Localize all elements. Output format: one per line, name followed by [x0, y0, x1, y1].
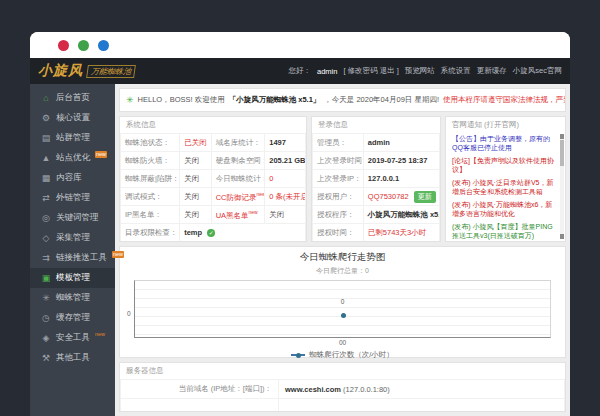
sidebar-item-label: 模板管理	[56, 272, 90, 284]
sidebar-item-cache[interactable]: ◷ 缓存管理	[30, 308, 115, 328]
preview-site-link[interactable]: 预览网站	[405, 66, 435, 76]
sidebar-item-other-tools[interactable]: ⚒ 其他工具	[30, 348, 115, 368]
scroll-down-arrow[interactable]	[560, 234, 564, 239]
collect-icon: ◇	[41, 233, 51, 243]
update-cache-link[interactable]: 更新缓存	[477, 66, 507, 76]
notices-scrollbar[interactable]	[560, 134, 564, 239]
sidebar-item-label: 蜘蛛管理	[56, 292, 90, 304]
chart-legend: 蜘蛛爬行次数（次/小时）	[291, 350, 394, 360]
sidebar-item-external-links[interactable]: ⇄ 外链管理	[30, 188, 115, 208]
sidebar-item-templates[interactable]: ▣ 模板管理	[30, 268, 115, 288]
tools-icon: ⚒	[41, 353, 51, 363]
window-body: ⌂ 后台首页 ⚙ 核心设置 ▤ 站群管理 ▲ 站点优化 new ▦	[30, 84, 570, 416]
table-row: 授权时间： 已剩5743天3小时	[313, 224, 440, 242]
keyword-icon: ◎	[41, 213, 51, 223]
table-row: 管理员： admin	[313, 134, 440, 152]
system-settings-link[interactable]: 系统设置	[441, 66, 471, 76]
sidebar-item-label: 外链管理	[56, 192, 90, 204]
login-info-table: 管理员： admin 上次登录时间： 2019-07-25 18:37 上次登录…	[312, 133, 440, 242]
sidebar-item-dashboard[interactable]: ⌂ 后台首页	[30, 88, 115, 108]
notice-link[interactable]: (发布) 小旋风【百度】批量PING推送工具v3(日推送破百万)	[452, 222, 555, 241]
account-links[interactable]: [ 修改密码 退出 ]	[343, 66, 398, 76]
legal-warning: 使用本程序请遵守国家法律法规，严禁将本程序用于违法用途!	[443, 95, 566, 105]
sidebar-item-label: 后台首页	[56, 92, 90, 104]
scroll-up-arrow[interactable]	[560, 134, 564, 139]
x-axis-tick: 00	[134, 339, 551, 346]
info-panels-row: 系统信息 蜘蛛池状态： 已关闭 域名库统计： 1497 蜘蛛防火墙：	[119, 116, 566, 242]
window-close-button[interactable]	[58, 40, 69, 51]
table-row: IP黑名单： 关闭 UA黑名单new 关闭	[121, 206, 306, 224]
sidebar-item-spiders[interactable]: ✳ 蜘蛛管理	[30, 288, 115, 308]
new-badge: new	[256, 191, 264, 197]
sidebar-item-site-group[interactable]: ▤ 站群管理	[30, 128, 115, 148]
login-info-panel: 登录信息 管理员： admin 上次登录时间： 2019-07-25 18:37	[311, 116, 441, 242]
product-name: 「小旋风万能蜘蛛池 x5.1」	[229, 95, 321, 105]
username: admin	[317, 67, 337, 76]
window-maximize-button[interactable]	[98, 40, 109, 51]
table-row: 上次登录IP： 127.0.0.1	[313, 170, 440, 188]
cache-icon: ◷	[41, 313, 51, 323]
home-icon: ⌂	[41, 93, 51, 103]
server-info-table: 当前域名 (IP地址：[端口])： www.ceshi.com (127.0.0…	[120, 379, 565, 412]
ua-blacklist-link[interactable]: UA黑名单	[216, 210, 249, 219]
legend-label: 蜘蛛爬行次数（次/小时）	[309, 350, 394, 360]
logo-text: 小旋风	[38, 62, 83, 80]
chart-title: 今日蜘蛛爬行走势图	[300, 251, 386, 264]
update-license-button[interactable]: 更新	[414, 191, 436, 203]
table-row: 授权程序： 小旋风万能蜘蛛池 x5.1	[313, 206, 440, 224]
table-row: 授权用户： QQ7530782 更新	[313, 188, 440, 206]
app-logo: 小旋风 万能蜘蛛池	[38, 62, 135, 80]
license-user: QQ7530782	[368, 192, 409, 201]
new-badge: new	[95, 331, 105, 337]
data-point	[341, 313, 346, 318]
app-header: 小旋风 万能蜘蛛池 您好： admin [ 修改密码 退出 ] 预览网站 系统设…	[30, 58, 570, 84]
sidebar-item-collection[interactable]: ◇ 采集管理	[30, 228, 115, 248]
sidebar-nav: ⌂ 后台首页 ⚙ 核心设置 ▤ 站群管理 ▲ 站点优化 new ▦	[30, 84, 115, 416]
notice-link[interactable]: (发布) 小旋风·万能蜘蛛池x6，新增多语言功能和优化	[452, 200, 555, 219]
table-row: 当前域名 (IP地址：[端口])： www.ceshi.com (127.0.0…	[121, 380, 565, 399]
sidebar-item-label: 其他工具	[56, 352, 90, 364]
data-point-label: 0	[341, 298, 345, 305]
notice-list: 【公告】由于业务调整，原有的QQ客服已停止使用 [论坛]【免责声明以及软件使用协…	[446, 133, 565, 241]
spider-icon: ✳	[41, 293, 51, 303]
server-info-panel: 服务器信息 当前域名 (IP地址：[端口])： www.ceshi.com (1…	[119, 362, 566, 412]
sidebar-item-content-library[interactable]: ▦ 内容库	[30, 168, 115, 188]
security-icon: ◈	[41, 333, 51, 343]
panel-title: 登录信息	[312, 117, 440, 133]
table-row: 上次登录时间： 2019-07-25 18:37	[313, 152, 440, 170]
window-minimize-button[interactable]	[78, 40, 89, 51]
official-notices-panel: 官网通知 (打开官网) 【公告】由于业务调整，原有的QQ客服已停止使用 [论坛]…	[445, 116, 566, 242]
sidebar-item-label: 缓存管理	[56, 312, 90, 324]
new-badge: new	[95, 151, 107, 158]
sidebar-item-core-settings[interactable]: ⚙ 核心设置	[30, 108, 115, 128]
sidebar-item-label: 关键词管理	[56, 212, 99, 224]
sidebar-item-security-tools[interactable]: ◈ 安全工具 new	[30, 328, 115, 348]
panel-title[interactable]: 官网通知 (打开官网)	[446, 117, 565, 133]
new-badge: new	[112, 251, 124, 258]
official-site-link[interactable]: 小旋风sec官网	[513, 66, 562, 76]
optimize-icon: ▲	[41, 153, 51, 163]
y-axis-tick: 0	[127, 310, 131, 317]
cc-defense-link[interactable]: CC防御记录	[216, 192, 257, 201]
notice-link[interactable]: [论坛]【免责声明以及软件使用协议】	[452, 156, 555, 175]
push-icon: ⇉	[41, 253, 51, 263]
system-info-table: 蜘蛛池状态： 已关闭 域名库统计： 1497 蜘蛛防火墙： 关闭 硬盘剩余空间：…	[120, 133, 306, 242]
sidebar-item-label: 核心设置	[56, 112, 90, 124]
screenshot-stage: 小旋风 万能蜘蛛池 您好： admin [ 修改密码 退出 ] 预览网站 系统设…	[0, 0, 600, 416]
template-icon: ▣	[41, 273, 51, 283]
notice-link[interactable]: (发布) 小旋风·泛目录站群V5，新增后台安全和系统检测工具箱	[452, 178, 555, 197]
table-row: 蜘蛛池状态： 已关闭 域名库统计： 1497	[121, 134, 306, 152]
table-row: 蜘蛛屏蔽|陷阱： 关闭 今日蜘蛛统计： 0	[121, 170, 306, 188]
new-badge: new	[249, 209, 258, 215]
current-domain: www.ceshi.com	[285, 385, 341, 394]
star-icon: ✳	[126, 95, 134, 105]
notice-link[interactable]: 【公告】由于业务调整，原有的QQ客服已停止使用	[452, 134, 555, 153]
site-group-icon: ▤	[41, 133, 51, 143]
sidebar-item-keywords[interactable]: ◎ 关键词管理	[30, 208, 115, 228]
scrollbar-thumb[interactable]	[560, 140, 564, 166]
sidebar-item-link-push[interactable]: ⇉ 链接推送工具 new	[30, 248, 115, 268]
database-icon: ▦	[41, 173, 51, 183]
sidebar-item-site-optimize[interactable]: ▲ 站点优化 new	[30, 148, 115, 168]
chart-plot-area: 0 0	[134, 280, 551, 338]
date-text: ，今天是 2020年04月09日 星期四!	[324, 95, 439, 105]
